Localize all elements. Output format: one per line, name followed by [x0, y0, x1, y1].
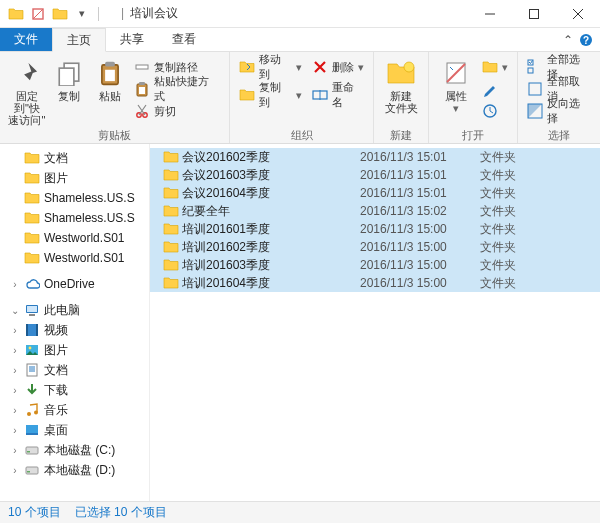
file-type: 文件夹: [480, 239, 550, 256]
folder-icon: [24, 170, 40, 186]
file-type: 文件夹: [480, 221, 550, 238]
folder-icon: [162, 185, 180, 201]
nav-item[interactable]: ›本地磁盘 (D:): [0, 460, 149, 480]
svg-text:?: ?: [583, 35, 589, 46]
qat-separator: [98, 7, 99, 21]
file-type: 文件夹: [480, 257, 550, 274]
file-list[interactable]: 会议201602季度2016/11/3 15:01文件夹会议201603季度20…: [150, 144, 600, 501]
file-date: 2016/11/3 15:00: [360, 258, 480, 272]
properties-button[interactable]: 属性▾: [435, 54, 477, 114]
paste-shortcut-button[interactable]: 粘贴快捷方式: [131, 79, 223, 99]
properties-qat-icon[interactable]: [30, 6, 46, 22]
nav-item-label: Shameless.US.S: [44, 191, 135, 205]
nav-item-label: 本地磁盘 (C:): [44, 442, 115, 459]
folder-icon: [24, 250, 40, 266]
pin-to-quick-access-button[interactable]: 固定到"快 速访问": [6, 54, 48, 126]
nav-item[interactable]: Westworld.S01: [0, 228, 149, 248]
folder-icon: [162, 257, 180, 273]
copy-to-button[interactable]: 复制到 ▾: [236, 85, 305, 105]
folder-icon: [24, 150, 40, 166]
ribbon-collapse-icon[interactable]: ⌃: [562, 28, 578, 51]
file-type: 文件夹: [480, 167, 550, 184]
folder-icon: [162, 203, 180, 219]
nav-item-label: Westworld.S01: [44, 251, 124, 265]
paste-button[interactable]: 粘贴: [90, 54, 132, 102]
open-split-icon[interactable]: ▾: [479, 57, 511, 77]
cut-button[interactable]: 剪切: [131, 101, 223, 121]
nav-item[interactable]: ›图片: [0, 340, 149, 360]
group-open: 属性▾ ▾ 打开: [429, 52, 518, 143]
nav-item[interactable]: ⌄此电脑: [0, 300, 149, 320]
tab-home[interactable]: 主页: [52, 28, 106, 52]
file-date: 2016/11/3 15:01: [360, 186, 480, 200]
file-date: 2016/11/3 15:00: [360, 222, 480, 236]
minimize-button[interactable]: [468, 0, 512, 28]
nav-item[interactable]: ›下载: [0, 380, 149, 400]
svg-point-31: [404, 62, 414, 72]
rename-button[interactable]: 重命名: [309, 85, 368, 105]
nav-item-label: 桌面: [44, 422, 68, 439]
nav-item-label: 文档: [44, 150, 68, 167]
music-icon: [24, 402, 40, 418]
maximize-button[interactable]: [512, 0, 556, 28]
group-label-clipboard: 剪贴板: [6, 128, 223, 142]
nav-item[interactable]: 图片: [0, 168, 149, 188]
nav-item-label: OneDrive: [44, 277, 95, 291]
file-row[interactable]: 培训201601季度2016/11/3 15:00文件夹: [150, 220, 600, 238]
nav-item[interactable]: Shameless.US.S: [0, 188, 149, 208]
file-row[interactable]: 会议201604季度2016/11/3 15:01文件夹: [150, 184, 600, 202]
group-organize: 移动到 ▾ 复制到 ▾ 删除 ▾ 重命名 组织: [230, 52, 374, 143]
nav-item-label: 此电脑: [44, 302, 80, 319]
qat-overflow-icon[interactable]: ▾: [74, 6, 90, 22]
nav-item[interactable]: 文档: [0, 148, 149, 168]
copy-button[interactable]: 复制: [48, 54, 90, 102]
nav-item[interactable]: ›OneDrive: [0, 274, 149, 294]
invert-selection-button[interactable]: 反向选择: [524, 101, 594, 121]
navigation-pane[interactable]: 文档图片Shameless.US.SShameless.US.SWestworl…: [0, 144, 150, 501]
move-to-button[interactable]: 移动到 ▾: [236, 57, 305, 77]
pictures-icon: [24, 342, 40, 358]
file-row[interactable]: 培训201602季度2016/11/3 15:00文件夹: [150, 238, 600, 256]
desktop-icon: [24, 422, 40, 438]
history-icon[interactable]: [479, 101, 511, 121]
nav-item[interactable]: ›文档: [0, 360, 149, 380]
edit-icon[interactable]: [479, 79, 511, 99]
close-button[interactable]: [556, 0, 600, 28]
ribbon: 固定到"快 速访问" 复制 粘贴 复制路径 粘贴快捷方式 剪切 剪贴板 移动到 …: [0, 52, 600, 144]
folder-icon: [162, 221, 180, 237]
disk-icon: [24, 462, 40, 478]
group-label-organize: 组织: [236, 128, 367, 142]
nav-item[interactable]: ›桌面: [0, 420, 149, 440]
nav-item-label: 视频: [44, 322, 68, 339]
file-date: 2016/11/3 15:00: [360, 240, 480, 254]
file-name: 会议201604季度: [180, 185, 360, 202]
svg-rect-34: [529, 83, 541, 95]
videos-icon: [24, 322, 40, 338]
new-folder-qat-icon[interactable]: [52, 6, 68, 22]
nav-item[interactable]: Westworld.S01: [0, 248, 149, 268]
file-row[interactable]: 会议201602季度2016/11/3 15:01文件夹: [150, 148, 600, 166]
nav-item[interactable]: ›视频: [0, 320, 149, 340]
file-date: 2016/11/3 15:01: [360, 150, 480, 164]
documents-icon: [24, 362, 40, 378]
file-row[interactable]: 培训201604季度2016/11/3 15:00文件夹: [150, 274, 600, 292]
file-row[interactable]: 纪要全年2016/11/3 15:02文件夹: [150, 202, 600, 220]
tab-share[interactable]: 共享: [106, 28, 158, 51]
nav-item-label: Westworld.S01: [44, 231, 124, 245]
tab-file[interactable]: 文件: [0, 28, 52, 51]
nav-item[interactable]: ›音乐: [0, 400, 149, 420]
group-new: 新建 文件夹 新建: [374, 52, 429, 143]
file-row[interactable]: 会议201603季度2016/11/3 15:01文件夹: [150, 166, 600, 184]
svg-rect-30: [136, 65, 148, 69]
delete-button[interactable]: 删除 ▾: [309, 57, 368, 77]
file-type: 文件夹: [480, 149, 550, 166]
nav-item[interactable]: Shameless.US.S: [0, 208, 149, 228]
folder-icon: [162, 167, 180, 183]
nav-item[interactable]: ›本地磁盘 (C:): [0, 440, 149, 460]
app-icon: [8, 6, 24, 22]
tab-view[interactable]: 查看: [158, 28, 210, 51]
file-row[interactable]: 培训201603季度2016/11/3 15:00文件夹: [150, 256, 600, 274]
new-folder-button[interactable]: 新建 文件夹: [380, 54, 422, 114]
help-icon[interactable]: ?: [578, 28, 600, 51]
quick-access-toolbar: ▾: [0, 6, 101, 22]
